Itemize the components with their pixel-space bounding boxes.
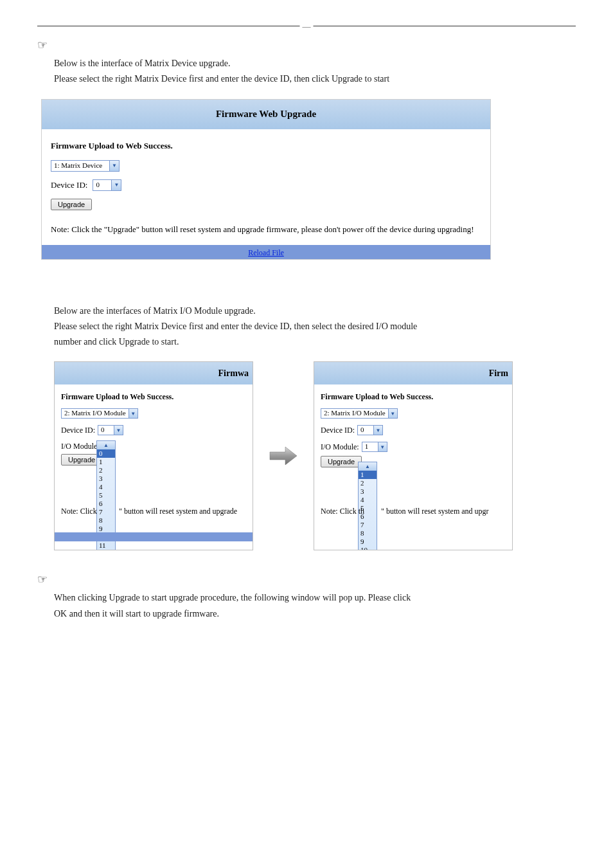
- list-item[interactable]: 2: [97, 466, 115, 475]
- device-type-dropdown[interactable]: 1: Matrix Device ▼: [51, 160, 120, 172]
- list-item[interactable]: 4: [359, 496, 377, 504]
- left-device-id-label: Device ID:: [61, 426, 95, 435]
- reload-file-link[interactable]: Reload File: [248, 248, 284, 257]
- left-type-dropdown[interactable]: 2: Matrix I/O Module ▼: [61, 408, 138, 419]
- chevron-down-icon[interactable]: ▼: [129, 409, 138, 418]
- left-heading: Firmware Upload to Web Success.: [61, 392, 246, 402]
- right-device-id-dropdown[interactable]: 0 ▼: [357, 425, 383, 435]
- left-device-id-dropdown[interactable]: 0 ▼: [98, 425, 123, 435]
- right-panel: Firm Firmware Upload to Web Success. 2: …: [314, 361, 513, 550]
- list-item[interactable]: 7: [97, 508, 115, 516]
- panel-title: Firmware Web Upgrade: [42, 100, 490, 129]
- right-type-dropdown[interactable]: 2: Matrix I/O Module ▼: [321, 408, 398, 419]
- left-device-id-value: 0: [98, 426, 114, 435]
- svg-marker-0: [270, 447, 297, 465]
- pointing-hand-icon: ☞: [37, 38, 576, 52]
- right-io-label: I/O Module:: [321, 442, 359, 452]
- left-note-a: Note: Click: [61, 507, 97, 516]
- list-item[interactable]: 7: [359, 521, 377, 529]
- upgrade-button[interactable]: Upgrade: [51, 199, 92, 210]
- scroll-up-icon[interactable]: ▲: [359, 462, 377, 471]
- left-panel: Firmwa Firmware Upload to Web Success. 2…: [54, 361, 253, 550]
- right-title-clipped: Firm: [314, 362, 512, 384]
- list-item[interactable]: 3: [359, 487, 377, 496]
- right-note-b: " button will reset system and upgr: [381, 507, 489, 516]
- right-io-dropdown[interactable]: 1 ▼: [362, 442, 387, 452]
- left-title-clipped: Firmwa: [55, 362, 253, 384]
- figure-pair: Firmwa Firmware Upload to Web Success. 2…: [54, 361, 576, 550]
- list-item[interactable]: 5: [97, 491, 115, 500]
- figure-firmware-upgrade: Firmware Web Upgrade Firmware Upload to …: [41, 99, 491, 260]
- chevron-down-icon[interactable]: ▼: [111, 180, 121, 190]
- left-type-row: 2: Matrix I/O Module ▼: [61, 408, 246, 419]
- list-item[interactable]: 1: [97, 458, 115, 466]
- page: — ☞ Below is the interface of Matrix Dev…: [0, 0, 613, 868]
- right-device-id-label: Device ID:: [321, 426, 355, 435]
- device-id-row: Device ID: 0 ▼: [51, 179, 481, 191]
- right-upgrade-row: Upgrade: [321, 456, 506, 467]
- chevron-down-icon[interactable]: ▼: [373, 426, 382, 435]
- chevron-down-icon[interactable]: ▼: [114, 426, 123, 435]
- status-heading: Firmware Upload to Web Success.: [51, 141, 481, 151]
- right-type-row: 2: Matrix I/O Module ▼: [321, 408, 506, 419]
- panel-body: Firmware Upload to Web Success. 1: Matri…: [42, 129, 490, 245]
- device-id-dropdown[interactable]: 0 ▼: [93, 179, 121, 191]
- right-io-row: I/O Module: 1 ▼: [321, 442, 506, 452]
- intro2-text: Below are the interfaces of Matrix I/O M…: [54, 305, 576, 349]
- pointing-hand-icon: ☞: [37, 572, 576, 586]
- right-type-value: 2: Matrix I/O Module: [321, 409, 388, 418]
- device-type-row: 1: Matrix Device ▼: [51, 160, 481, 172]
- left-io-row: I/O Module: [61, 442, 246, 451]
- upgrade-row: Upgrade: [51, 199, 481, 210]
- intro-line-2: Please select the right Matrix Device fi…: [54, 73, 576, 86]
- scroll-up-icon[interactable]: ▲: [97, 441, 115, 449]
- intro-line-1: Below is the interface of Matrix Device …: [54, 57, 576, 70]
- list-item[interactable]: 2: [359, 479, 377, 487]
- list-item[interactable]: 11: [97, 541, 115, 550]
- left-io-label: I/O Module: [61, 442, 97, 451]
- left-footer-bar: [55, 532, 253, 541]
- header-divider: —: [37, 26, 576, 26]
- left-type-value: 2: Matrix I/O Module: [62, 409, 129, 418]
- list-item[interactable]: 9: [359, 538, 377, 546]
- chevron-down-icon[interactable]: ▼: [388, 409, 397, 418]
- panel-footer: Reload File: [42, 245, 490, 259]
- list-item[interactable]: 4: [97, 483, 115, 491]
- intro2-line-1: Below are the interfaces of Matrix I/O M…: [54, 305, 576, 318]
- right-io-value: 1: [362, 442, 378, 451]
- list-item[interactable]: 8: [359, 529, 377, 538]
- left-body: Firmware Upload to Web Success. 2: Matri…: [55, 384, 253, 480]
- right-io-listbox[interactable]: ▲ 1 2 3 4 5 6 7 8 9 10: [358, 462, 377, 550]
- outro-line-1: When clicking Upgrade to start upgrade p…: [54, 592, 576, 604]
- intro2-line-2: Please select the right Matrix Device fi…: [54, 320, 576, 333]
- chevron-down-icon[interactable]: ▼: [109, 161, 119, 171]
- left-device-id-row: Device ID: 0 ▼: [61, 425, 246, 435]
- right-device-id-value: 0: [358, 426, 373, 435]
- list-item[interactable]: 3: [97, 475, 115, 483]
- arrow-right-icon: [269, 444, 298, 467]
- device-id-value: 0: [93, 180, 111, 190]
- right-device-id-row: Device ID: 0 ▼: [321, 425, 506, 435]
- left-upgrade-row: Upgrade: [61, 454, 246, 466]
- list-item[interactable]: 8: [97, 516, 115, 525]
- device-type-value: 1: Matrix Device: [51, 161, 109, 171]
- outro-line-2: OK and then it will start to upgrade fir…: [54, 608, 576, 620]
- right-upgrade-button[interactable]: Upgrade: [321, 456, 362, 467]
- right-heading: Firmware Upload to Web Success.: [321, 392, 506, 402]
- left-note-b: " button will reset system and upgrade: [119, 507, 237, 516]
- right-body: Firmware Upload to Web Success. 2: Matri…: [314, 384, 512, 482]
- intro2-line-3: number and click Upgrade to start.: [54, 336, 576, 348]
- list-item[interactable]: 0: [97, 449, 115, 458]
- list-item[interactable]: 6: [97, 500, 115, 508]
- device-id-label: Device ID:: [51, 180, 87, 190]
- list-item[interactable]: 1: [359, 471, 377, 479]
- upgrade-note: Note: Click the "Upgrade" button will re…: [51, 224, 481, 241]
- intro-text: Below is the interface of Matrix Device …: [54, 57, 576, 86]
- list-item[interactable]: 10: [359, 546, 377, 550]
- outro-text: When clicking Upgrade to start upgrade p…: [54, 592, 576, 620]
- header-mark: —: [300, 21, 314, 32]
- chevron-down-icon[interactable]: ▼: [378, 442, 387, 451]
- right-note-a: Note: Click th: [321, 507, 364, 516]
